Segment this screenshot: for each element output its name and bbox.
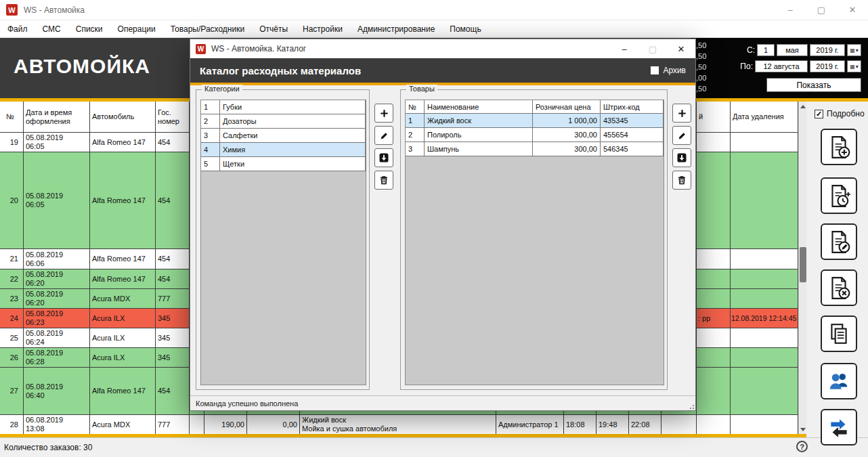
brand-title: АВТОМОЙКА — [14, 55, 150, 78]
queue-order-button[interactable] — [821, 177, 857, 214]
menu-reports[interactable]: Отчёты — [252, 20, 295, 37]
cell-car: Alfa Romeo 147 — [90, 368, 156, 415]
product-row-selected[interactable]: 1 Жидкий воск 1 000,00 435345 — [406, 114, 664, 128]
categories-group-label: Категории — [202, 85, 242, 93]
plus-icon — [677, 108, 687, 118]
products-header-num: № — [406, 100, 425, 114]
scrollbar-thumb[interactable] — [800, 247, 806, 282]
cell — [731, 269, 798, 289]
cell-plate: 454 — [156, 269, 190, 289]
resize-grip[interactable] — [687, 402, 694, 409]
cell-discount: 0,00 — [247, 415, 300, 435]
edit-order-button[interactable] — [821, 223, 857, 260]
menu-help[interactable]: Помощь — [442, 20, 488, 37]
category-row-selected[interactable]: 4Химия — [201, 143, 366, 157]
category-edit-button[interactable] — [374, 126, 393, 145]
cancel-order-button[interactable] — [821, 269, 857, 306]
cell — [731, 328, 798, 348]
cell-plate: 454 — [156, 249, 190, 269]
from-month-field[interactable]: мая — [777, 44, 808, 56]
vertical-scrollbar[interactable] — [798, 102, 806, 434]
cell-num: 25 — [0, 328, 24, 348]
cell-plate: 777 — [156, 289, 190, 309]
cell — [731, 415, 798, 435]
close-button[interactable]: ✕ — [837, 0, 868, 20]
cell-plate: 777 — [156, 415, 190, 435]
scroll-up-button[interactable] — [799, 102, 807, 110]
product-row[interactable]: 3 Шампунь 300,00 546345 — [406, 142, 664, 156]
category-row[interactable]: 2Дозаторы — [201, 114, 366, 129]
show-button[interactable]: Показать — [766, 78, 861, 92]
scroll-down-button[interactable] — [799, 425, 807, 433]
menu-sms[interactable]: СМС — [35, 20, 68, 37]
cell — [697, 133, 731, 152]
pencil-icon — [379, 131, 389, 141]
cell — [731, 289, 798, 309]
cell-num: 22 — [0, 269, 24, 289]
menu-lists[interactable]: Списки — [68, 20, 110, 37]
cell-admin: Администратор 1 — [496, 415, 564, 435]
menubar: Файл СМС Списки Операции Товары/Расходни… — [0, 20, 868, 38]
category-add-button[interactable] — [374, 104, 393, 123]
cell — [697, 348, 731, 368]
cell-plate: 454 — [156, 368, 190, 415]
category-row[interactable]: 5Щетки — [201, 157, 366, 171]
to-date-field[interactable]: 12 августа — [755, 60, 808, 72]
dialog-accent-line — [190, 83, 695, 85]
dialog-close-button[interactable]: ✕ — [667, 39, 695, 58]
clients-button[interactable] — [821, 363, 857, 399]
menu-settings[interactable]: Настройки — [295, 20, 350, 37]
document-plus-icon — [827, 135, 851, 159]
cell-car: Acura ILX — [90, 348, 156, 368]
category-row[interactable]: 3Салфетки — [201, 129, 366, 143]
products-group: Товары № Наименование Розничная цена Штр… — [400, 89, 668, 390]
copy-order-button[interactable] — [821, 315, 857, 352]
dialog-title: WS - Автомойка. Каталог — [211, 44, 306, 53]
cell-plate: 345 — [156, 309, 190, 328]
to-calendar-button[interactable]: ▦▾ — [847, 60, 861, 72]
window-title: WS - Автомойка — [24, 5, 85, 15]
minimize-button[interactable]: – — [775, 0, 806, 20]
dialog-titlebar[interactable]: W WS - Автомойка. Каталог – ▢ ✕ — [190, 39, 695, 58]
cell-datetime: 06.08.201913:08 — [24, 415, 90, 435]
documents-copy-icon — [827, 322, 851, 346]
cell-num: 23 — [0, 289, 24, 309]
archive-checkbox-row: Архив — [651, 66, 686, 75]
transfer-button[interactable] — [821, 409, 857, 445]
menu-operations[interactable]: Операции — [110, 20, 163, 37]
menu-goods[interactable]: Товары/Расходники — [163, 20, 252, 37]
archive-checkbox[interactable] — [651, 66, 659, 74]
chevron-down-icon: ▾ — [856, 64, 859, 70]
category-row[interactable]: 1Губки — [201, 100, 366, 114]
maximize-button[interactable]: ▢ — [806, 0, 837, 20]
to-year-field[interactable]: 2019 г. — [810, 60, 845, 72]
plus-icon — [379, 108, 389, 118]
menu-file[interactable]: Файл — [0, 20, 35, 37]
dialog-heading: Каталог расходных материалов — [200, 65, 361, 77]
cell-car: Alfa Romeo 147 — [90, 133, 156, 152]
cell-time1: 18:08 — [564, 415, 596, 435]
cell-car: Acura ILX — [90, 309, 156, 328]
menu-admin[interactable]: Администрирование — [350, 20, 442, 37]
product-delete-button[interactable] — [672, 171, 691, 190]
from-calendar-button[interactable]: ▦▾ — [847, 44, 861, 56]
dialog-maximize-button: ▢ — [638, 39, 667, 58]
product-row[interactable]: 2 Полироль 300,00 455654 — [406, 128, 664, 142]
cell-deleted-date: 12.08.2019 12:14:45 — [731, 309, 798, 328]
from-day-field[interactable]: 1 — [757, 44, 775, 56]
cell-num: 27 — [0, 368, 24, 415]
new-order-button[interactable] — [821, 129, 857, 165]
products-grid: № Наименование Розничная цена Штрих-код … — [405, 100, 664, 385]
product-archive-button[interactable] — [672, 148, 691, 167]
from-year-field[interactable]: 2019 г. — [810, 44, 845, 56]
product-add-button[interactable] — [672, 104, 691, 123]
dialog-minimize-button[interactable]: – — [610, 39, 638, 58]
category-archive-button[interactable] — [374, 148, 393, 167]
document-clock-plus-icon — [827, 183, 851, 208]
help-button[interactable]: ? — [796, 441, 808, 452]
product-edit-button[interactable] — [672, 126, 691, 145]
category-delete-button[interactable] — [374, 171, 393, 190]
cell — [731, 152, 798, 249]
detail-checkbox[interactable] — [815, 110, 823, 118]
table-row[interactable]: 28 06.08.201913:08 Acura MDX 777 190,00 … — [0, 415, 798, 435]
